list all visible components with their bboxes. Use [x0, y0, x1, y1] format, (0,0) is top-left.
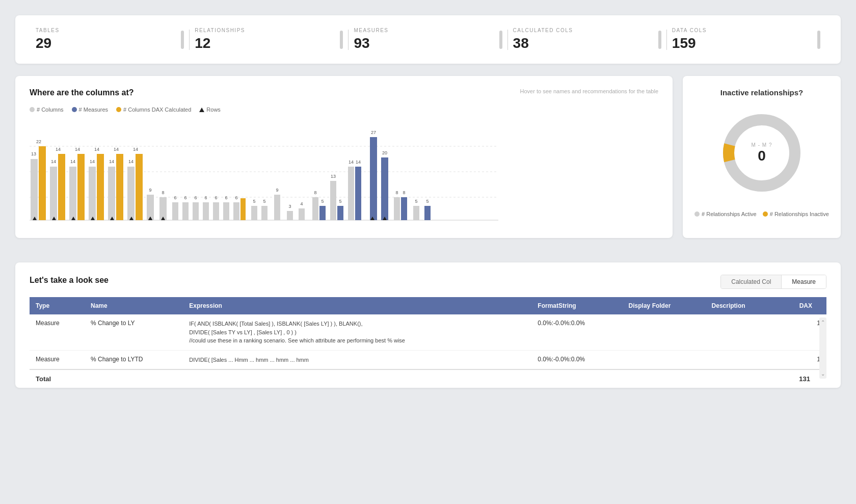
- svg-rect-78: [381, 157, 388, 220]
- svg-rect-19: [89, 167, 96, 220]
- svg-text:8: 8: [403, 190, 405, 195]
- donut-title: Inactive relationships?: [720, 88, 804, 97]
- cell-description-1: [706, 314, 776, 350]
- legend-dax-calculated: # Columns DAX Calculated: [116, 107, 191, 113]
- scroll-up-arrow[interactable]: ⌃: [821, 320, 825, 325]
- legend-rows-label: Rows: [206, 107, 221, 113]
- svg-text:6: 6: [235, 195, 237, 200]
- svg-text:27: 27: [371, 130, 376, 135]
- svg-rect-4: [31, 159, 38, 220]
- stat-tables: TABLES 29: [36, 28, 184, 51]
- svg-text:13: 13: [31, 151, 36, 156]
- table-card: Let's take a look see Calculated Col Mea…: [15, 262, 841, 388]
- col-display-folder: Display Folder: [623, 297, 706, 314]
- scroll-down-arrow[interactable]: ⌄: [821, 371, 825, 377]
- svg-rect-73: [355, 167, 361, 220]
- data-table: Type Name Expression FormatString Displa…: [30, 297, 826, 369]
- stat-data-cols-indicator: [817, 31, 820, 49]
- svg-rect-10: [58, 154, 65, 220]
- stat-divider-1: [189, 30, 190, 50]
- col-name: Name: [85, 297, 183, 314]
- svg-text:5: 5: [253, 199, 255, 204]
- svg-rect-86: [424, 206, 431, 220]
- stats-bar: TABLES 29 RELATIONSHIPS 12 MEASURES 93 C…: [15, 15, 841, 64]
- legend-columns-dot: [30, 107, 35, 112]
- bar-chart-svg: 22 13 14 14 14 14 14 14: [30, 121, 498, 228]
- donut-legend: # Relationships Active # Relationships I…: [694, 211, 829, 217]
- stat-calculated-cols-indicator: [658, 31, 661, 49]
- tab-calculated-col[interactable]: Calculated Col: [721, 275, 782, 288]
- col-description: Description: [706, 297, 776, 314]
- stat-divider-2: [348, 30, 349, 50]
- svg-rect-80: [394, 197, 400, 220]
- legend-rows-triangle: [199, 108, 204, 112]
- table-footer-label: Total: [36, 375, 51, 383]
- donut-legend-active: # Relationships Active: [694, 211, 757, 217]
- svg-text:8: 8: [314, 190, 316, 195]
- donut-active-dot: [694, 211, 700, 217]
- svg-text:5: 5: [339, 199, 341, 204]
- table-header-row-cols: Type Name Expression FormatString Displa…: [30, 297, 826, 314]
- svg-rect-56: [261, 206, 268, 220]
- col-type: Type: [30, 297, 85, 314]
- table-section-title: Let's take a look see: [30, 276, 109, 285]
- stat-data-cols-label: DATA COLS: [672, 28, 812, 33]
- legend-columns-label: # Columns: [37, 107, 64, 113]
- tab-measure[interactable]: Measure: [782, 275, 826, 288]
- svg-rect-49: [223, 202, 229, 220]
- stat-divider-3: [507, 30, 508, 50]
- bar-chart: 22 13 14 14 14 14 14 14: [30, 121, 658, 228]
- donut-inactive-dot: [763, 211, 768, 217]
- svg-rect-34: [147, 195, 154, 220]
- cell-expression-1: IF( AND( ISBLANK( [Total Sales] ), ISBLA…: [183, 314, 531, 350]
- svg-rect-15: [77, 154, 85, 220]
- legend-dax-label: # Columns DAX Calculated: [123, 107, 191, 113]
- svg-text:5: 5: [263, 199, 265, 204]
- table-row: Measure % Change to LYTD DIVIDE( [Sales …: [30, 350, 826, 369]
- svg-rect-43: [193, 202, 199, 220]
- cell-expression-2: DIVIDE( [Sales ... Hmm ... hmm ... hmm .…: [183, 350, 531, 369]
- stat-tables-value: 29: [36, 35, 176, 51]
- stat-measures-value: 93: [354, 35, 494, 51]
- svg-text:14: 14: [70, 159, 75, 164]
- svg-text:4: 4: [300, 201, 303, 206]
- svg-rect-5: [39, 146, 46, 220]
- svg-text:9: 9: [149, 188, 151, 193]
- cell-type-1: Measure: [30, 314, 85, 350]
- legend-rows: Rows: [199, 107, 221, 113]
- stat-measures-indicator: [499, 31, 502, 49]
- svg-text:3: 3: [288, 204, 291, 209]
- table-wrapper: Type Name Expression FormatString Displa…: [30, 297, 826, 388]
- svg-rect-81: [401, 197, 407, 220]
- donut-center-value: 0: [752, 148, 772, 164]
- svg-text:5: 5: [426, 199, 429, 204]
- svg-text:14: 14: [349, 160, 354, 165]
- svg-text:14: 14: [94, 147, 99, 152]
- stat-measures-label: MEASURES: [354, 28, 494, 33]
- svg-rect-69: [337, 206, 343, 220]
- legend-measures-label: # Measures: [79, 107, 108, 113]
- stat-data-cols-value: 159: [672, 35, 812, 51]
- svg-rect-84: [413, 206, 419, 220]
- svg-rect-54: [251, 206, 257, 220]
- svg-rect-30: [136, 154, 143, 220]
- stat-calculated-cols-label: CALCULATED COLS: [513, 28, 653, 33]
- scroll-indicator[interactable]: ⌃ ⌄: [819, 317, 826, 379]
- cell-display-folder-1: [623, 314, 706, 350]
- svg-rect-29: [127, 167, 135, 220]
- svg-text:14: 14: [128, 159, 133, 164]
- svg-text:6: 6: [225, 195, 227, 200]
- stat-relationships: RELATIONSHIPS 12: [195, 28, 343, 51]
- stat-calculated-cols: CALCULATED COLS 38: [513, 28, 661, 51]
- legend-measures: # Measures: [72, 107, 108, 113]
- svg-text:5: 5: [321, 199, 324, 204]
- col-format-string: FormatString: [531, 297, 622, 314]
- svg-text:14: 14: [114, 147, 119, 152]
- svg-text:14: 14: [356, 160, 361, 165]
- svg-rect-58: [274, 195, 280, 220]
- stat-measures: MEASURES 93: [354, 28, 502, 51]
- columns-chart-card: Where are the columns at? Hover to see n…: [15, 76, 673, 238]
- svg-rect-76: [370, 137, 377, 220]
- legend-measures-dot: [72, 107, 77, 112]
- table-row: Measure % Change to LY IF( AND( ISBLANK(…: [30, 314, 826, 350]
